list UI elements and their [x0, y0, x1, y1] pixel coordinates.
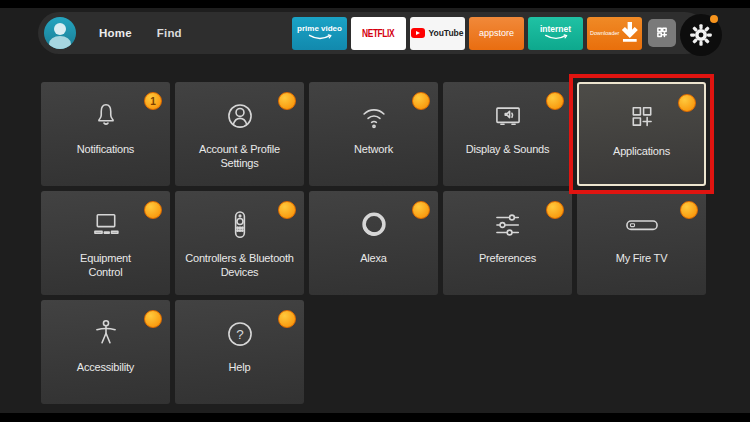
tile-preferences[interactable]: Preferences: [443, 191, 572, 295]
equipment-control-icon: [87, 204, 125, 246]
firetv-settings-screen: Home Find prime video NETFLIX YouTube ap…: [0, 0, 750, 422]
tile-label: Display & Sounds: [462, 143, 554, 157]
tile-help[interactable]: Help: [175, 300, 304, 404]
top-nav-bar: Home Find prime video NETFLIX YouTube ap…: [38, 12, 706, 54]
accessibility-icon: [87, 313, 125, 355]
notification-count-badge: [678, 94, 696, 112]
apps-grid-button[interactable]: [648, 19, 676, 47]
notification-count-badge: [278, 92, 296, 110]
notification-count-badge: [278, 310, 296, 328]
youtube-label: YouTube: [428, 28, 463, 38]
tile-label: Network: [350, 143, 397, 157]
settings-notification-dot: [710, 15, 718, 23]
shortcut-youtube[interactable]: YouTube: [410, 17, 465, 50]
notification-count-badge: [412, 201, 430, 219]
tile-notifications[interactable]: 1 Notifications: [41, 82, 170, 186]
tile-label: Alexa: [356, 252, 391, 266]
settings-button[interactable]: [680, 14, 722, 56]
help-icon: [221, 313, 259, 355]
prime-video-label: prime video: [297, 25, 342, 33]
avatar-body: [49, 36, 71, 49]
downloader-label: Downloader: [590, 30, 619, 36]
applications-icon: [623, 97, 661, 139]
tile-display-sounds[interactable]: Display & Sounds: [443, 82, 572, 186]
youtube-play-icon: [411, 28, 425, 38]
netflix-label: NETFLIX: [362, 27, 394, 39]
alexa-icon: [355, 204, 393, 246]
notification-count-badge: [278, 201, 296, 219]
shortcut-appstore[interactable]: appstore: [469, 17, 524, 50]
notification-count-badge: [412, 92, 430, 110]
tile-my-fire-tv[interactable]: My Fire TV: [577, 191, 706, 295]
firetv-stick-icon: [623, 204, 661, 246]
avatar-head: [54, 23, 66, 35]
tile-label: Notifications: [73, 143, 138, 157]
tile-label: Accessibility: [73, 361, 138, 375]
tile-label: Applications: [609, 145, 674, 159]
account-icon: [221, 95, 259, 137]
tile-accessibility[interactable]: Accessibility: [41, 300, 170, 404]
tile-label: Account & Profile Settings: [195, 143, 284, 171]
wifi-icon: [355, 95, 393, 137]
tile-label: Preferences: [475, 252, 540, 266]
download-arrow-icon: [621, 22, 639, 44]
amazon-smile-icon: [544, 34, 568, 41]
shortcut-prime-video[interactable]: prime video: [292, 17, 347, 50]
internet-label: internet: [540, 25, 571, 34]
tile-equipment[interactable]: Equipment Control: [41, 191, 170, 295]
nav-tab-find[interactable]: Find: [157, 27, 182, 39]
tile-applications[interactable]: Applications: [577, 82, 706, 186]
remote-icon: [221, 204, 259, 246]
gear-icon: [688, 22, 714, 48]
notification-count-badge: [546, 92, 564, 110]
notification-count-badge: [144, 310, 162, 328]
tile-account-profile[interactable]: Account & Profile Settings: [175, 82, 304, 186]
display-sounds-icon: [489, 95, 527, 137]
tile-controllers-bluetooth[interactable]: Controllers & Bluetooth Devices: [175, 191, 304, 295]
shortcut-downloader[interactable]: Downloader: [587, 17, 642, 50]
amazon-smile-icon: [307, 34, 333, 41]
notification-count-badge: [144, 201, 162, 219]
sliders-icon: [489, 204, 527, 246]
nav-tab-home[interactable]: Home: [99, 27, 132, 39]
notification-count-badge: [680, 201, 698, 219]
notification-count-badge: 1: [144, 92, 162, 110]
bell-icon: [87, 95, 125, 137]
tile-alexa[interactable]: Alexa: [309, 191, 438, 295]
tile-label: Equipment Control: [76, 252, 135, 280]
tile-network[interactable]: Network: [309, 82, 438, 186]
tile-label: My Fire TV: [612, 252, 672, 266]
tile-label: Help: [225, 361, 255, 375]
notification-count-badge: [546, 201, 564, 219]
shortcut-netflix[interactable]: NETFLIX: [351, 17, 406, 50]
shortcut-internet[interactable]: internet: [528, 17, 583, 50]
profile-avatar[interactable]: [44, 17, 76, 49]
settings-grid: 1 Notifications Account & Profile Settin…: [41, 82, 711, 404]
tile-label: Controllers & Bluetooth Devices: [181, 252, 298, 280]
app-shortcut-row: prime video NETFLIX YouTube appstore int…: [292, 17, 642, 50]
appstore-label: appstore: [479, 28, 514, 38]
apps-grid-icon: [653, 24, 671, 42]
